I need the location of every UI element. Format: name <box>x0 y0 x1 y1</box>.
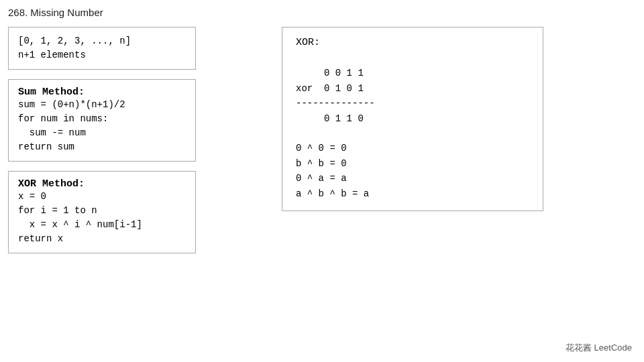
xor-method-box: XOR Method: x = 0 for i = 1 to n x = x ^… <box>8 171 196 253</box>
left-panel: [0, 1, 2, 3, ..., n] n+1 elements Sum Me… <box>8 27 196 263</box>
xor-method-content: x = 0 for i = 1 to n x = x ^ i ^ num[i-1… <box>18 190 186 246</box>
sum-method-title: Sum Method: <box>18 86 186 98</box>
xor-explanation-box: XOR: 0 0 1 1 xor 0 1 0 1 -------------- … <box>282 27 543 211</box>
xor-label: XOR: <box>296 37 529 48</box>
array-description-box: [0, 1, 2, 3, ..., n] n+1 elements <box>8 27 196 70</box>
sum-method-box: Sum Method: sum = (0+n)*(n+1)/2 for num … <box>8 79 196 162</box>
page-title: 268. Missing Number <box>8 7 103 18</box>
watermark: 花花酱 LeetCode <box>566 342 632 354</box>
array-description-text: [0, 1, 2, 3, ..., n] n+1 elements <box>18 34 186 62</box>
xor-explanation-content: 0 0 1 1 xor 0 1 0 1 -------------- 0 1 1… <box>296 51 529 201</box>
sum-method-content: sum = (0+n)*(n+1)/2 for num in nums: sum… <box>18 98 186 154</box>
xor-method-title: XOR Method: <box>18 178 186 190</box>
